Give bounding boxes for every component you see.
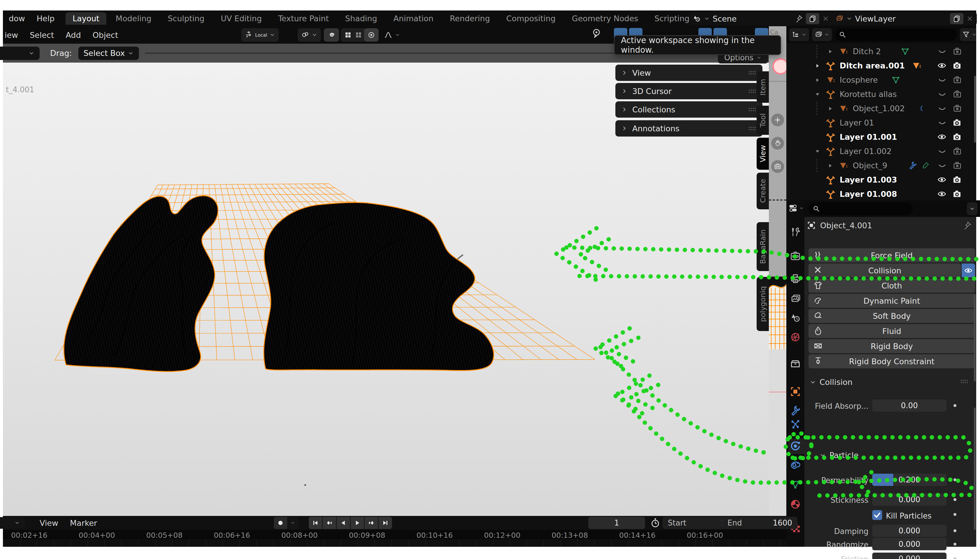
permeability-slider[interactable]: 0.200 [872, 474, 947, 486]
drag-dots-icon[interactable] [748, 87, 757, 96]
animate-dot[interactable] [954, 404, 957, 407]
animate-dot[interactable] [954, 478, 957, 481]
snapping-dropdown[interactable] [298, 28, 321, 41]
properties-scrollbar[interactable] [974, 294, 976, 381]
pin-icon[interactable] [795, 15, 803, 23]
unlink-scene-icon[interactable] [822, 15, 829, 22]
expander-icon[interactable] [827, 106, 834, 112]
hide-eye-icon[interactable] [938, 119, 947, 127]
sidebar-tab-view[interactable]: View [757, 138, 769, 170]
outliner-row-layer-01-008[interactable]: Layer 01.008 [786, 187, 973, 200]
render-enable-icon[interactable] [952, 118, 962, 127]
viewlayer-filter-dropdown[interactable] [812, 28, 832, 41]
menu-add[interactable]: Add [60, 31, 87, 40]
workspace-tab-modeling[interactable]: Modeling [109, 12, 159, 25]
render-disable-icon[interactable] [953, 147, 962, 155]
animate-dot[interactable] [954, 543, 957, 546]
animate-dot[interactable] [954, 498, 957, 501]
outliner-row-icosphere[interactable]: Icosphere [786, 73, 973, 87]
workspace-tab-rendering[interactable]: Rendering [443, 12, 497, 25]
hide-eye-icon[interactable] [938, 76, 947, 84]
properties-filter-dropdown[interactable] [967, 202, 977, 215]
frame-end-field[interactable]: End 1600 [722, 517, 797, 529]
remove-viewlayer-icon[interactable] [966, 15, 973, 22]
proportional-editing-toggle[interactable] [324, 28, 339, 41]
tab-object[interactable] [790, 386, 801, 397]
menu-select[interactable]: Select [24, 31, 60, 40]
timeline-grid[interactable] [3, 539, 786, 547]
timeline-ruler[interactable]: 00:02+16 00:04+00 00:05+08 00:06+16 00:0… [3, 530, 786, 539]
drag-dots-icon[interactable] [960, 377, 968, 386]
new-scene-button[interactable] [806, 13, 819, 24]
workspace-tab-compositing[interactable]: Compositing [499, 12, 562, 25]
gizmo-visibility-button[interactable] [591, 28, 602, 40]
dynamic-paint-button[interactable]: Dynamic Paint [808, 294, 975, 308]
drag-dots-icon[interactable] [748, 105, 757, 114]
panel-collections[interactable]: Collections [615, 101, 762, 117]
collision-visibility-toggle[interactable] [962, 263, 975, 278]
tab-collection[interactable] [790, 358, 801, 370]
keying-set-dropdown[interactable] [287, 517, 298, 529]
auto-keying-button[interactable] [274, 517, 287, 529]
render-disable-icon[interactable] [953, 47, 962, 56]
viewport-3d[interactable]: t_4.001 [3, 63, 769, 516]
expander-icon[interactable] [814, 77, 821, 83]
tab-view-layer[interactable] [790, 293, 801, 305]
transform-orientation-dropdown[interactable]: Local [241, 28, 279, 41]
drag-dots-icon[interactable] [748, 124, 757, 133]
scene-selector[interactable]: Scene [689, 12, 833, 25]
tab-world[interactable] [790, 331, 801, 343]
outliner-search-input[interactable] [835, 28, 957, 41]
hide-eye-icon[interactable] [938, 47, 947, 56]
breadcrumb-object-name[interactable]: Object_4.001 [820, 221, 872, 230]
jump-to-start-button[interactable] [309, 517, 322, 529]
workspace-tab-geometry-nodes[interactable]: Geometry Nodes [565, 12, 646, 25]
hide-eye-icon[interactable] [937, 61, 947, 70]
tab-tool[interactable] [790, 226, 801, 238]
kill-particles-checkbox[interactable] [872, 510, 882, 520]
cloth-button[interactable]: Cloth [808, 279, 975, 293]
tab-particles[interactable] [790, 418, 801, 430]
tab-object-data[interactable] [790, 478, 801, 490]
render-enable-icon[interactable] [952, 61, 962, 70]
hide-eye-icon[interactable] [938, 161, 947, 170]
render-enable-icon[interactable] [952, 132, 962, 142]
outliner-row-layer-01[interactable]: Layer 01 [786, 116, 973, 130]
select-box-dropdown[interactable]: Select Box [78, 46, 139, 60]
timeline-menu-view[interactable]: View [34, 519, 64, 528]
damping-input[interactable]: 0.000 [872, 525, 947, 537]
tab-scene[interactable] [790, 312, 801, 324]
workspace-tab-shading[interactable]: Shading [338, 12, 384, 25]
outliner-row-object-1-002[interactable]: Object_1.002 [786, 101, 973, 116]
outliner-row-layer-01-003[interactable]: Layer 01.003 [786, 173, 973, 187]
expander-icon[interactable] [814, 63, 821, 69]
stickiness-input[interactable]: 0.000 [872, 493, 947, 506]
outliner-row-korotettu-allas[interactable]: Korotettu allas [786, 87, 973, 101]
particle-subsection-header[interactable]: Particle [819, 451, 859, 460]
properties-scrollbar[interactable] [974, 408, 976, 530]
outliner-row-ditch-2[interactable]: Ditch 2 [786, 44, 973, 58]
next-keyframe-button[interactable] [365, 517, 378, 529]
new-viewlayer-button[interactable] [950, 13, 963, 24]
friction-input[interactable]: 0.000 [872, 552, 947, 559]
hide-eye-icon[interactable] [937, 189, 947, 198]
tab-constraints[interactable] [790, 459, 801, 471]
filter-dropdown[interactable] [960, 28, 976, 41]
panel-view[interactable]: View [615, 64, 762, 81]
hide-eye-icon[interactable] [938, 90, 947, 99]
render-disable-icon[interactable] [953, 104, 962, 112]
play-button[interactable] [351, 517, 364, 529]
expander-icon[interactable] [814, 91, 821, 98]
panel-3d-cursor[interactable]: 3D Cursor [615, 83, 762, 99]
timeline-menu-marker[interactable]: Marker [64, 519, 103, 528]
render-disable-icon[interactable] [953, 75, 962, 84]
render-enable-icon[interactable] [952, 189, 962, 198]
menu-view[interactable]: iew [3, 31, 24, 40]
tab-output[interactable] [790, 273, 801, 284]
properties-search-input[interactable] [808, 202, 913, 215]
sidebar-tab-tool[interactable]: Tool [757, 106, 769, 135]
collision-button[interactable]: Collision [808, 263, 961, 278]
animate-dot[interactable] [954, 529, 957, 532]
fluid-button[interactable]: Fluid [808, 324, 975, 338]
rigid-body-constraint-button[interactable]: Rigid Body Constraint [808, 354, 975, 368]
